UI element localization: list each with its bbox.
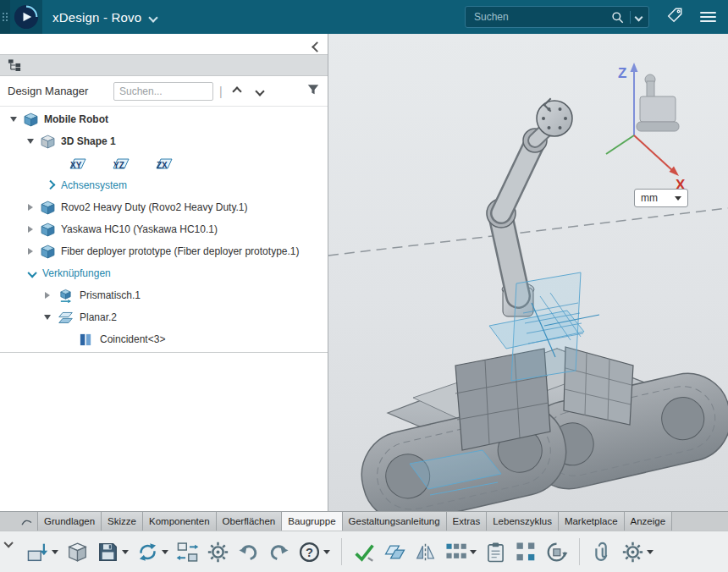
tree-label: Planar.2 <box>80 311 117 323</box>
tree-row-axis-system[interactable]: Achsensystem <box>0 174 328 196</box>
save-button[interactable] <box>94 537 131 567</box>
plane-zx-icon[interactable]: ZX <box>154 156 174 171</box>
units-dropdown[interactable]: mm <box>634 189 688 207</box>
expander-closed-icon[interactable] <box>26 226 35 233</box>
tab-komponenten[interactable]: Komponenten <box>143 511 217 531</box>
tree-row-component-fiber[interactable]: Fiber deployer prototype (Fiber deployer… <box>0 240 328 262</box>
copy-geometry-button[interactable] <box>381 537 409 567</box>
chevron-down-icon[interactable] <box>28 270 36 277</box>
expander-closed-icon[interactable] <box>43 292 52 299</box>
svg-text:ZX: ZX <box>157 161 168 170</box>
global-search-input[interactable] <box>472 10 605 24</box>
panel-header-row <box>0 34 328 54</box>
assembly-settings-dropdown[interactable] <box>647 550 654 554</box>
global-search <box>465 6 649 28</box>
component-array-button[interactable] <box>512 537 540 567</box>
tree-row-mate-planar[interactable]: Planar.2 <box>0 306 328 328</box>
tree-label: Achsensystem <box>61 179 127 191</box>
expander-closed-icon[interactable] <box>26 248 35 255</box>
tree-row-shape[interactable]: 3D Shape 1 <box>0 130 328 152</box>
insert-component-button[interactable] <box>24 537 61 567</box>
expander-open-icon[interactable] <box>26 139 35 144</box>
help-icon: ? <box>298 541 321 564</box>
component-cube-icon <box>41 201 55 215</box>
tab-marketplace[interactable]: Marketplace <box>559 511 625 531</box>
save-dropdown[interactable] <box>122 550 129 554</box>
update-button[interactable] <box>134 537 171 567</box>
update-dropdown[interactable] <box>162 550 168 554</box>
tab-extras[interactable]: Extras <box>447 511 488 531</box>
expander-closed-icon[interactable] <box>26 204 35 211</box>
tree-row-mate-prismatic[interactable]: Prismatisch.1 <box>0 284 328 306</box>
tab-gestaltungsanleitung[interactable]: Gestaltungsanleitung <box>343 511 447 531</box>
pattern-dropdown[interactable] <box>470 550 477 554</box>
3dexperience-compass-button[interactable] <box>10 0 42 34</box>
mirror-icon <box>414 541 437 564</box>
tab-anzeige[interactable]: Anzeige <box>625 511 673 531</box>
paste-component-button[interactable] <box>482 537 510 567</box>
search-icon[interactable] <box>610 10 625 25</box>
search-options-dropdown[interactable] <box>635 13 643 21</box>
filter-button[interactable] <box>306 83 320 99</box>
tree-label: Mobile Robot <box>44 113 108 125</box>
planar-mate-icon <box>58 311 74 325</box>
assembly-settings-button[interactable] <box>619 537 656 567</box>
design-manager-header: Design Manager | <box>0 76 328 107</box>
attach-file-button[interactable] <box>588 537 616 567</box>
3d-viewport[interactable]: Z X mm <box>328 34 728 511</box>
move-rotate-button[interactable] <box>543 537 571 567</box>
toolbar-separator <box>579 538 580 565</box>
mirror-button[interactable] <box>411 537 439 567</box>
app-drawer-handle[interactable] <box>0 0 10 34</box>
prismatic-mate-icon <box>58 289 74 303</box>
redo-button[interactable] <box>265 537 293 567</box>
tree-row-component-yaskawa[interactable]: Yaskawa HC10 (Yaskawa HC10.1) <box>0 218 328 240</box>
panel-title: Design Manager <box>8 85 108 97</box>
replace-component-button[interactable] <box>174 537 201 567</box>
tab-oberflaechen[interactable]: Oberflächen <box>217 511 283 531</box>
component-cube-icon <box>41 245 55 259</box>
svg-text:XY: XY <box>70 161 82 170</box>
box-select-button[interactable] <box>63 537 91 567</box>
tree-row-root[interactable]: Mobile Robot <box>0 108 328 130</box>
validate-mate-button[interactable] <box>350 537 378 567</box>
insert-component-dropdown[interactable] <box>52 550 58 554</box>
search-prev-button[interactable] <box>229 83 245 100</box>
viewport-panel-toggle[interactable] <box>545 98 555 113</box>
box-icon <box>66 541 89 564</box>
tab-baugruppe[interactable]: Baugruppe <box>282 511 342 531</box>
tab-skizze[interactable]: Skizze <box>102 511 143 531</box>
tree-label: Coincident<3> <box>100 333 165 345</box>
tree-search-input[interactable] <box>113 82 213 101</box>
help-dropdown[interactable] <box>323 550 330 554</box>
plane-xy-icon[interactable]: XY <box>68 156 88 171</box>
view-triad[interactable]: Z X <box>586 47 713 191</box>
tab-lebenszyklus[interactable]: Lebenszyklus <box>487 511 559 531</box>
gear-icon <box>207 541 229 564</box>
panel-collapse-button[interactable] <box>313 39 321 54</box>
tree-label: Prismatisch.1 <box>80 289 141 301</box>
units-value: mm <box>641 192 658 204</box>
toolbar-collapse-button[interactable] <box>5 534 12 549</box>
app-title-dropdown[interactable] <box>150 9 157 25</box>
tags-button[interactable] <box>666 7 683 27</box>
replace-icon <box>176 541 199 564</box>
tree-view-icon[interactable] <box>8 58 22 72</box>
svg-text:?: ? <box>306 546 313 559</box>
tree-row-component-rovo2[interactable]: Rovo2 Heavy Duty (Rovo2 Heavy Duty.1) <box>0 196 328 218</box>
main-menu-button[interactable] <box>700 12 716 23</box>
tree-row-constraint-coincident[interactable]: Coincident<3> <box>0 328 328 350</box>
search-divider <box>630 11 631 24</box>
expander-open-icon[interactable] <box>43 315 52 320</box>
undo-button[interactable] <box>234 537 262 567</box>
tree-label: 3D Shape 1 <box>61 135 116 147</box>
settings-button[interactable] <box>204 537 232 567</box>
chevron-right-icon[interactable] <box>47 182 55 189</box>
help-button[interactable]: ? <box>295 537 333 567</box>
tree-row-mates-group[interactable]: Verknüpfungen <box>0 262 328 284</box>
pattern-button[interactable] <box>442 537 479 567</box>
tab-grundlagen[interactable]: Grundlagen <box>37 511 102 531</box>
expander-open-icon[interactable] <box>9 117 18 122</box>
search-next-button[interactable] <box>251 83 268 100</box>
plane-yz-icon[interactable]: YZ <box>111 156 131 171</box>
